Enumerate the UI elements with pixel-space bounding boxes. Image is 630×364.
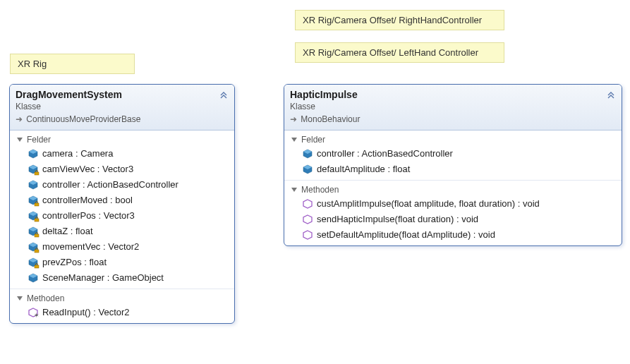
note-text: XR Rig/Camera Offset/ RightHandControlle… (303, 15, 482, 25)
section-toggle-fields[interactable]: Felder (287, 133, 619, 146)
class-title: HapticImpulse (290, 89, 616, 100)
section-title-text: Methoden (301, 185, 339, 195)
svg-marker-29 (303, 200, 312, 208)
field-icon (28, 257, 38, 267)
note-text: XR Rig/Camera Offset/ LeftHand Controlle… (303, 47, 478, 58)
class-hapticimpulse[interactable]: HapticImpulse Klasse ➜ MonoBehaviour Fel… (284, 84, 622, 246)
field-icon (303, 164, 313, 174)
field-icon (28, 149, 38, 159)
method-icon: ✶ (28, 308, 38, 317)
field-label: controllerPos : Vector3 (42, 210, 135, 222)
field-icon (28, 195, 38, 205)
method-label: custAmplitImpulse(float amplitude, float… (317, 198, 540, 210)
note-left-hand: XR Rig/Camera Offset/ LeftHand Controlle… (295, 42, 504, 63)
inherit-arrow-icon: ➜ (16, 114, 23, 124)
method-item[interactable]: ✶ReadInput() : Vector2 (13, 305, 231, 320)
field-label: camViewVec : Vector3 (42, 163, 133, 176)
method-label: ReadInput() : Vector2 (42, 306, 130, 319)
note-right-hand: XR Rig/Camera Offset/ RightHandControlle… (295, 10, 504, 30)
svg-marker-31 (303, 231, 312, 239)
field-item[interactable]: controller : ActionBasedController (287, 146, 619, 162)
field-icon (28, 211, 38, 221)
class-base: ➜ MonoBehaviour (290, 114, 616, 124)
field-item[interactable]: camViewVec : Vector3 (13, 162, 231, 177)
field-item[interactable]: deltaZ : float (13, 224, 231, 239)
field-icon (28, 164, 38, 174)
svg-rect-18 (35, 250, 39, 253)
note-xr-rig: XR Rig (10, 54, 135, 74)
section-toggle-fields[interactable]: Felder (13, 133, 231, 146)
field-item[interactable]: prevZPos : float (13, 255, 231, 270)
triangle-down-icon (291, 188, 297, 192)
note-text: XR Rig (18, 59, 47, 69)
method-icon (303, 199, 313, 209)
field-label: movementVec : Vector2 (42, 241, 139, 253)
svg-rect-9 (35, 203, 39, 206)
method-icon (303, 230, 313, 240)
field-icon (28, 273, 38, 283)
method-label: setDefaultAmplitude(float dAmplitude) : … (317, 229, 495, 241)
field-label: camera : Camera (42, 147, 113, 160)
triangle-down-icon (291, 138, 297, 142)
field-item[interactable]: controllerPos : Vector3 (13, 208, 231, 224)
class-stereotype: Klasse (290, 102, 616, 111)
svg-rect-15 (35, 234, 39, 237)
field-label: defaultAmplitude : float (317, 163, 410, 176)
method-item[interactable]: sendHapticImpulse(float duration) : void (287, 212, 619, 227)
field-label: controller : ActionBasedController (317, 147, 453, 160)
section-toggle-methods[interactable]: Methoden (13, 292, 231, 305)
class-base-name: ContinuousMoveProviderBase (26, 114, 140, 124)
section-title-text: Felder (27, 135, 51, 145)
field-item[interactable]: defaultAmplitude : float (287, 162, 619, 177)
field-item[interactable]: controller : ActionBasedController (13, 177, 231, 193)
svg-rect-4 (35, 172, 39, 175)
fields-section: Felder controller : ActionBasedControlle… (284, 131, 622, 180)
collapse-button[interactable] (219, 89, 229, 101)
class-base: ➜ ContinuousMoveProviderBase (16, 114, 229, 124)
svg-rect-21 (35, 265, 39, 268)
class-header: HapticImpulse Klasse ➜ MonoBehaviour (284, 85, 622, 131)
section-toggle-methods[interactable]: Methoden (287, 183, 619, 196)
field-item[interactable]: SceneManager : GameObject (13, 270, 231, 286)
triangle-down-icon (17, 138, 23, 142)
field-icon (303, 149, 313, 159)
class-stereotype: Klasse (16, 102, 229, 111)
svg-rect-12 (35, 219, 39, 222)
triangle-down-icon (17, 296, 23, 301)
svg-marker-30 (303, 215, 312, 224)
class-dragmovementsystem[interactable]: DragMovementSystem Klasse ➜ ContinuousMo… (9, 84, 235, 324)
field-label: controller : ActionBasedController (42, 178, 178, 191)
fields-section: Felder camera : CameracamViewVec : Vecto… (10, 131, 234, 289)
methods-section: Methoden ✶ReadInput() : Vector2 (10, 289, 234, 323)
field-label: prevZPos : float (42, 256, 107, 269)
field-label: controllerMoved : bool (42, 194, 133, 207)
methods-section: Methoden custAmplitImpulse(float amplitu… (284, 180, 622, 245)
class-header: DragMovementSystem Klasse ➜ ContinuousMo… (10, 85, 234, 131)
method-item[interactable]: custAmplitImpulse(float amplitude, float… (287, 196, 619, 212)
method-icon (303, 214, 313, 224)
method-item[interactable]: setDefaultAmplitude(float dAmplitude) : … (287, 227, 619, 243)
section-title-text: Methoden (27, 293, 64, 303)
field-item[interactable]: controllerMoved : bool (13, 193, 231, 208)
class-title: DragMovementSystem (16, 89, 229, 100)
section-title-text: Felder (301, 135, 325, 145)
field-icon (28, 226, 38, 236)
field-item[interactable]: movementVec : Vector2 (13, 239, 231, 255)
class-base-name: MonoBehaviour (301, 114, 360, 124)
method-label: sendHapticImpulse(float duration) : void (317, 213, 478, 226)
field-icon (28, 180, 38, 190)
collapse-button[interactable] (606, 89, 616, 101)
inherit-arrow-icon: ➜ (290, 114, 297, 124)
field-label: deltaZ : float (42, 225, 93, 238)
field-icon (28, 242, 38, 252)
field-item[interactable]: camera : Camera (13, 146, 231, 162)
field-label: SceneManager : GameObject (42, 272, 164, 284)
